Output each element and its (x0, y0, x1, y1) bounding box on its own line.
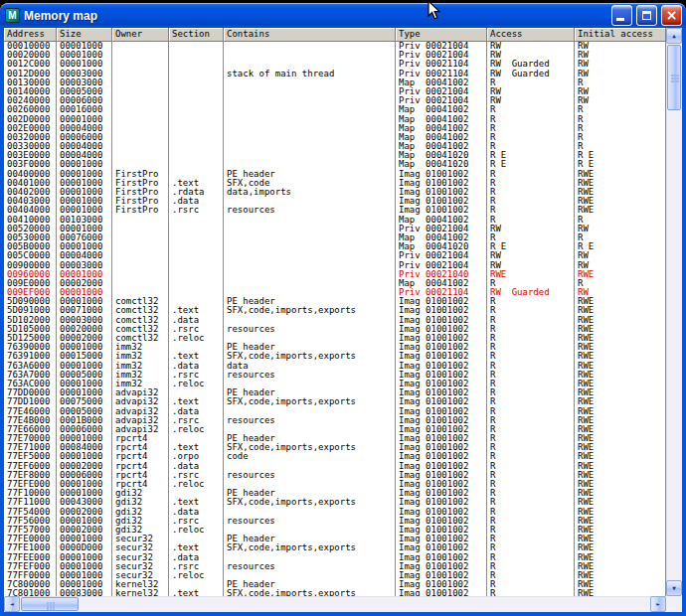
table-row[interactable]: 003F0000 00001000 Map 00041020 R E R E (4, 160, 666, 169)
table-row[interactable]: 77F56000 00001000 gdi32 .rsrc resources … (4, 517, 666, 526)
table-row[interactable]: 00520000 00001000 Priv 00021004 RW RW (4, 225, 666, 233)
table-row[interactable]: 00403000 00001000 FirstPro .data Imag 01… (4, 197, 666, 206)
table-row[interactable]: 00020000 00001000 Priv 00021004 RW RW (4, 51, 666, 60)
table-row[interactable]: 77EFE000 00001000 rpcrt4 .reloc Imag 010… (4, 480, 666, 489)
table-row[interactable]: 009EF000 00001000 Priv 00021104 RW Guard… (4, 288, 666, 297)
table-row[interactable]: 00401000 00001000 FirstPro .text SFX,cod… (4, 179, 666, 188)
title-bar[interactable]: M Memory map × (0, 3, 686, 28)
table-row[interactable]: 763A7000 00005000 imm32 .rsrc resources … (4, 371, 666, 380)
scroll-right-icon[interactable]: ► (650, 596, 666, 612)
col-header-contains[interactable]: Contains (224, 28, 396, 41)
cell-initial-access: RW (575, 261, 666, 270)
table-row[interactable]: 002D0000 00001000 Map 00041002 R R (4, 115, 666, 124)
vertical-scrollbar[interactable]: ▲ ▼ (666, 28, 682, 596)
table-row[interactable]: 0012C000 00001000 Priv 00021104 RW Guard… (4, 60, 666, 69)
table-row[interactable]: 77DD1000 00075000 advapi32 .text SFX,cod… (4, 397, 666, 406)
table-row[interactable]: 77EF5000 00001000 rpcrt4 .orpo code Imag… (4, 452, 666, 461)
minimize-button[interactable] (611, 5, 632, 26)
table-row[interactable]: 0012D000 00003000 stack of main thread P… (4, 70, 666, 78)
table-body[interactable]: 00010000 00001000 Priv 00021004 RW RW 00… (4, 42, 666, 596)
ollydbg-window-icon[interactable]: M (5, 8, 20, 23)
table-row[interactable]: 5D105000 00020000 comctl32 .rsrc resourc… (4, 325, 666, 334)
table-row[interactable]: 00330000 00004000 Map 00041002 R R (4, 142, 666, 151)
table-row[interactable]: 77E46000 00005000 advapi32 .data Imag 01… (4, 407, 666, 416)
col-header-section[interactable]: Section (169, 28, 224, 41)
table-row[interactable]: 005B0000 00001000 Map 00041020 R E R E (4, 242, 666, 251)
table-row[interactable]: 00400000 00001000 FirstPro PE header Ima… (4, 170, 666, 179)
table-row[interactable]: 77E4B000 0001B000 advapi32 .rsrc resourc… (4, 416, 666, 425)
cell-initial-access: RWE (575, 407, 666, 416)
horizontal-scrollbar[interactable]: ◄ ► (4, 596, 666, 612)
cell-section: .rsrc (169, 325, 224, 334)
table-row[interactable]: 003E0000 00004000 Map 00041020 R E R E (4, 151, 666, 160)
col-header-initial-access[interactable]: Initial access (575, 28, 666, 41)
table-row[interactable]: 5D102000 00003000 comctl32 .data Imag 01… (4, 316, 666, 325)
vertical-scrollbar-thumb[interactable] (667, 45, 681, 110)
table-row[interactable]: 00410000 00103000 Map 00041002 R R (4, 216, 666, 225)
table-row[interactable]: 00402000 00001000 FirstPro .rdata data,i… (4, 188, 666, 197)
table-row[interactable]: 00960000 00001000 Priv 00021040 RWE RWE (4, 270, 666, 279)
cell-size: 00001000 (57, 362, 112, 371)
col-header-type[interactable]: Type (396, 28, 487, 41)
table-row[interactable]: 77FEF000 00001000 secur32 .rsrc resource… (4, 562, 666, 571)
table-row[interactable]: 77EF8000 00006000 rpcrt4 .rsrc resources… (4, 471, 666, 480)
table-row[interactable]: 77FE1000 0000D000 secur32 .text SFX,code… (4, 543, 666, 552)
table-row[interactable]: 77FEE000 00001000 secur32 .data Imag 010… (4, 553, 666, 562)
table-row[interactable]: 00010000 00001000 Priv 00021004 RW RW (4, 42, 666, 51)
table-row[interactable]: 77FE0000 00001000 secur32 PE header Imag… (4, 535, 666, 543)
cell-initial-access: R E (575, 160, 666, 169)
table-row[interactable]: 00140000 00005000 Priv 00021004 RW RW (4, 87, 666, 96)
table-row[interactable]: 00240000 00006000 Priv 00021004 RW RW (4, 96, 666, 105)
table-row[interactable]: 5D090000 00001000 comctl32 PE header Ima… (4, 297, 666, 306)
cell-address: 5D125000 (4, 334, 57, 343)
table-row[interactable]: 76390000 00001000 imm32 PE header Imag 0… (4, 343, 666, 352)
table-row[interactable]: 7C801000 00083000 kernel32 .text SFX,cod… (4, 589, 666, 596)
cell-type: Imag 01001002 (396, 416, 487, 425)
table-row[interactable]: 00260000 00016000 Map 00041002 R R (4, 105, 666, 114)
scroll-up-icon[interactable]: ▲ (666, 28, 682, 44)
table-row[interactable]: 77F54000 00002000 gdi32 .data Imag 01001… (4, 508, 666, 517)
table-row[interactable]: 77E71000 00084000 rpcrt4 .text SFX,code,… (4, 443, 666, 452)
table-row[interactable]: 77FF0000 00001000 secur32 .reloc Imag 01… (4, 571, 666, 580)
maximize-button[interactable] (636, 5, 657, 26)
scroll-down-icon[interactable]: ▼ (666, 580, 682, 596)
table-row[interactable]: 77E66000 00006000 advapi32 .reloc Imag 0… (4, 425, 666, 434)
cell-initial-access: RW (575, 51, 666, 60)
cell-section: .text (169, 589, 224, 596)
close-button[interactable]: × (661, 5, 682, 26)
cell-owner (112, 261, 169, 270)
horizontal-scrollbar-thumb[interactable] (21, 597, 79, 611)
table-row[interactable]: 002E0000 00004000 Map 00041002 R R (4, 124, 666, 133)
cell-section (169, 105, 224, 114)
table-row[interactable]: 77F57000 00002000 gdi32 .reloc Imag 0100… (4, 526, 666, 535)
table-row[interactable]: 763A6000 00001000 imm32 .data data Imag … (4, 362, 666, 371)
table-row[interactable]: 763AC000 00001000 imm32 .reloc Imag 0100… (4, 380, 666, 388)
table-row[interactable]: 7C800000 00001000 kernel32 PE header Ima… (4, 580, 666, 589)
table-row[interactable]: 00900000 00003000 Priv 00021004 RW RW (4, 261, 666, 270)
col-header-access[interactable]: Access (487, 28, 575, 41)
table-row[interactable]: 5D091000 00071000 comctl32 .text SFX,cod… (4, 306, 666, 315)
col-header-owner[interactable]: Owner (112, 28, 169, 41)
cell-initial-access: RWE (575, 316, 666, 325)
table-row[interactable]: 5D125000 00002000 comctl32 .reloc Imag 0… (4, 334, 666, 343)
table-row[interactable]: 005C0000 00004000 Priv 00021004 RW RW (4, 251, 666, 260)
scroll-left-icon[interactable]: ◄ (4, 596, 20, 612)
cell-access: RW Guarded (487, 60, 575, 69)
table-row[interactable]: 00530000 00076000 Map 00041002 R R (4, 233, 666, 242)
table-row[interactable]: 76391000 00015000 imm32 .text SFX,code,i… (4, 352, 666, 361)
cell-contains: data,imports (224, 188, 396, 197)
col-header-address[interactable]: Address (4, 28, 57, 41)
table-row[interactable]: 00320000 00006000 Map 00041002 R R (4, 133, 666, 142)
cell-section: .data (169, 362, 224, 371)
table-row[interactable]: 77E70000 00001000 rpcrt4 PE header Imag … (4, 434, 666, 443)
table-row[interactable]: 77DD0000 00001000 advapi32 PE header Ima… (4, 388, 666, 397)
table-row[interactable]: 00404000 00001000 FirstPro .rsrc resourc… (4, 206, 666, 215)
table-row[interactable]: 77F11000 00043000 gdi32 .text SFX,code,i… (4, 498, 666, 507)
table-row[interactable]: 009E0000 00002000 Map 00041002 R R (4, 279, 666, 288)
table-row[interactable]: 00130000 00003000 Map 00041002 R R (4, 78, 666, 87)
table-row[interactable]: 77F10000 00001000 gdi32 PE header Imag 0… (4, 489, 666, 498)
col-header-size[interactable]: Size (57, 28, 112, 41)
cell-contains: PE header (224, 343, 396, 352)
table-row[interactable]: 77EF6000 00002000 rpcrt4 .data Imag 0100… (4, 462, 666, 471)
cell-initial-access: RWE (575, 425, 666, 434)
